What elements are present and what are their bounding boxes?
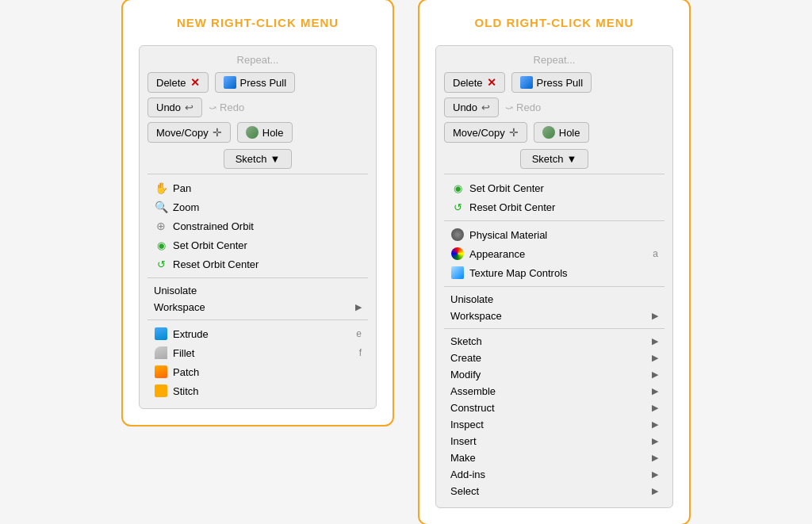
left-set-orbit-label: Set Orbit Center <box>173 239 362 251</box>
right-press-pull-button[interactable]: Press Pull <box>511 72 592 93</box>
right-addins-arrow: ▶ <box>652 469 658 480</box>
right-redo-button: ⤻ Redo <box>505 101 541 113</box>
left-divider-2 <box>147 277 368 278</box>
right-unisolate-item[interactable]: Unisolate <box>444 291 665 308</box>
left-stitch-item[interactable]: Stitch <box>147 381 368 400</box>
constrained-orbit-icon: ⊕ <box>154 219 168 233</box>
right-create-arrow: ▶ <box>652 353 658 363</box>
left-reset-orbit-item[interactable]: ↺ Reset Orbit Center <box>147 254 368 273</box>
left-delete-label: Delete <box>156 77 186 89</box>
left-unisolate-item[interactable]: Unisolate <box>147 282 368 299</box>
appearance-icon <box>450 247 465 261</box>
left-constrained-orbit-item[interactable]: ⊕ Constrained Orbit <box>147 216 368 235</box>
left-extrude-item[interactable]: Extrude e <box>147 324 368 343</box>
left-hole-button[interactable]: Hole <box>237 122 293 143</box>
left-reset-orbit-label: Reset Orbit Center <box>173 258 362 270</box>
right-addins-item[interactable]: Add-ins ▶ <box>444 466 665 483</box>
right-assemble-item[interactable]: Assemble ▶ <box>444 383 665 400</box>
right-reset-orbit-icon: ↺ <box>450 200 465 214</box>
right-inspect-label: Inspect <box>450 419 652 430</box>
right-select-label: Select <box>450 485 652 497</box>
right-divider-3 <box>444 286 665 287</box>
right-orbit-center-icon: ◉ <box>450 181 465 195</box>
right-physical-item[interactable]: Physical Material <box>444 225 665 244</box>
left-undo-label: Undo <box>156 101 181 113</box>
left-panel: NEW RIGHT-CLICK MENU Repeat... Delete ✕ … <box>121 0 394 426</box>
right-undo-icon: ↩ <box>481 101 490 113</box>
left-patch-item[interactable]: Patch <box>147 362 368 381</box>
patch-icon <box>154 365 168 379</box>
right-undo-button[interactable]: Undo ↩ <box>444 98 499 117</box>
right-sketch-label: Sketch <box>532 153 564 165</box>
left-move-copy-button[interactable]: Move/Copy ✛ <box>147 122 231 143</box>
left-btn-row-1: Delete ✕ Press Pull <box>147 72 368 93</box>
left-sketch-button[interactable]: Sketch ▼ <box>224 149 293 169</box>
zoom-icon: 🔍 <box>154 200 168 214</box>
right-insert-arrow: ▶ <box>652 436 658 446</box>
right-reset-orbit-item[interactable]: ↺ Reset Orbit Center <box>444 197 665 216</box>
right-delete-label: Delete <box>453 77 483 89</box>
left-press-pull-button[interactable]: Press Pull <box>215 72 296 93</box>
left-zoom-label: Zoom <box>173 201 362 213</box>
right-modify-arrow: ▶ <box>652 369 658 380</box>
left-undo-button[interactable]: Undo ↩ <box>147 98 202 117</box>
right-delete-button[interactable]: Delete ✕ <box>444 72 505 93</box>
left-workspace-label: Workspace <box>154 301 355 313</box>
right-modify-item[interactable]: Modify ▶ <box>444 366 665 383</box>
stitch-icon <box>154 384 168 398</box>
left-move-copy-label: Move/Copy <box>156 127 209 139</box>
right-make-item[interactable]: Make ▶ <box>444 449 665 466</box>
right-assemble-label: Assemble <box>450 385 652 397</box>
right-move-copy-button[interactable]: Move/Copy ✛ <box>444 122 527 143</box>
right-menu-box: Repeat... Delete ✕ Press Pull Undo ↩ ⤻ <box>435 45 673 508</box>
right-select-item[interactable]: Select ▶ <box>444 483 665 499</box>
right-sketch-menu-item[interactable]: Sketch ▶ <box>444 333 665 350</box>
press-pull-icon <box>224 76 236 89</box>
right-panel-title: OLD RIGHT-CLICK MENU <box>435 16 673 29</box>
left-fillet-item[interactable]: Fillet f <box>147 343 368 362</box>
left-delete-button[interactable]: Delete ✕ <box>147 72 209 93</box>
right-btn-row-2: Undo ↩ ⤻ Redo <box>444 98 665 117</box>
sketch-dropdown-icon: ▼ <box>270 153 280 165</box>
right-btn-row-1: Delete ✕ Press Pull <box>444 72 665 93</box>
left-btn-row-2: Undo ↩ ⤻ Redo <box>147 98 368 117</box>
right-divider-2 <box>444 220 665 221</box>
right-divider-4 <box>444 328 665 329</box>
main-container: NEW RIGHT-CLICK MENU Repeat... Delete ✕ … <box>0 0 812 524</box>
left-pan-item[interactable]: ✋ Pan <box>147 178 368 197</box>
left-sketch-row: Sketch ▼ <box>147 149 368 169</box>
right-select-arrow: ▶ <box>652 486 658 496</box>
right-workspace-item[interactable]: Workspace ▶ <box>444 308 665 324</box>
right-sketch-button[interactable]: Sketch ▼ <box>520 149 589 169</box>
left-sketch-label: Sketch <box>236 153 267 165</box>
right-inspect-arrow: ▶ <box>652 419 658 430</box>
right-undo-label: Undo <box>453 101 477 113</box>
right-btn-row-3: Move/Copy ✛ Hole <box>444 122 665 143</box>
left-hole-label: Hole <box>262 127 284 139</box>
right-unisolate-label: Unisolate <box>450 293 658 305</box>
left-divider-1 <box>147 174 368 174</box>
right-create-item[interactable]: Create ▶ <box>444 350 665 366</box>
right-hole-button[interactable]: Hole <box>534 122 589 143</box>
right-physical-label: Physical Material <box>469 229 658 241</box>
right-appearance-item[interactable]: Appearance a <box>444 244 665 263</box>
left-set-orbit-item[interactable]: ◉ Set Orbit Center <box>147 235 368 254</box>
undo-icon: ↩ <box>185 101 193 113</box>
right-construct-item[interactable]: Construct ▶ <box>444 400 665 416</box>
move-copy-icon: ✛ <box>213 126 222 139</box>
right-insert-item[interactable]: Insert ▶ <box>444 433 665 449</box>
right-divider-1 <box>444 174 665 174</box>
right-inspect-item[interactable]: Inspect ▶ <box>444 416 665 433</box>
left-workspace-item[interactable]: Workspace ▶ <box>147 299 368 316</box>
right-texture-item[interactable]: Texture Map Controls <box>444 263 665 282</box>
right-addins-label: Add-ins <box>450 469 652 480</box>
physical-material-icon <box>450 228 465 242</box>
right-redo-label: Redo <box>516 101 541 113</box>
right-insert-label: Insert <box>450 435 652 447</box>
right-repeat-label: Repeat... <box>444 54 665 66</box>
left-fillet-shortcut: f <box>359 347 362 358</box>
left-unisolate-label: Unisolate <box>154 285 362 296</box>
right-set-orbit-item[interactable]: ◉ Set Orbit Center <box>444 178 665 197</box>
left-zoom-item[interactable]: 🔍 Zoom <box>147 197 368 216</box>
left-redo-label: Redo <box>220 101 244 113</box>
